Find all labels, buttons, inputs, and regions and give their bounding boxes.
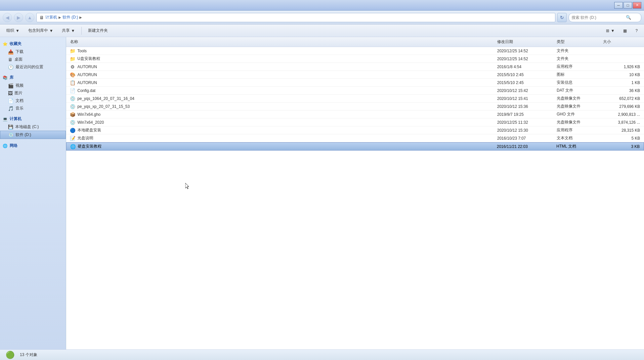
file-date: 2015/5/10 2:45 [496, 72, 555, 77]
file-icon: ⚙ [69, 64, 75, 69]
col-size[interactable]: 大小 [602, 38, 641, 45]
table-row[interactable]: 🌐 硬盘安装教程 2016/11/21 22:03 HTML 文档 3 KB [66, 142, 644, 151]
table-row[interactable]: 📁 U盘安装教程 2020/12/25 14:52 文件夹 [66, 55, 644, 63]
new-folder-button[interactable]: 新建文件夹 [84, 26, 111, 35]
breadcrumb-computer-label: 计算机 [45, 15, 57, 20]
file-size: 279,696 KB [602, 104, 641, 109]
refresh-button[interactable]: ↻ [557, 13, 567, 22]
breadcrumb-sep-2: ▶ [79, 16, 82, 19]
breadcrumb-drive[interactable]: 软件 (D:) [63, 15, 78, 20]
sidebar-item-doc[interactable]: 📄 文档 [0, 97, 66, 105]
file-date: 2020/12/25 14:52 [496, 49, 555, 53]
back-button[interactable]: ◀ [3, 13, 12, 22]
table-row[interactable]: 📦 Win7x64.gho 2019/9/7 19:25 GHO 文件 2,90… [66, 111, 644, 118]
preview-button[interactable]: ▦ [620, 26, 630, 35]
video-icon: 🎬 [8, 83, 14, 88]
file-date: 2019/9/7 19:25 [496, 112, 555, 117]
library-header[interactable]: 📚 库 [0, 73, 66, 82]
sidebar-item-image[interactable]: 🖼 图片 [0, 89, 66, 97]
music-icon: 🎵 [8, 106, 14, 111]
file-type: 应用程序 [555, 64, 602, 69]
address-bar: ◀ ▶ ▲ 🖥 计算机 ▶ 软件 (D:) ▶ ↻ 🔍 [0, 11, 644, 24]
table-row[interactable]: 🔵 本地硬盘安装 2020/10/12 15:30 应用程序 28,315 KB [66, 126, 644, 134]
sidebar-item-video[interactable]: 🎬 视频 [0, 82, 66, 89]
file-icon: 🌐 [70, 144, 76, 149]
table-row[interactable]: 💿 pe_yqs_xp_20_07_31_15_53 2020/10/12 15… [66, 103, 644, 111]
file-size: 1,926 KB [602, 65, 641, 69]
file-type: GHO 文件 [555, 112, 602, 117]
file-date: 2015/5/10 2:45 [496, 80, 555, 85]
table-row[interactable]: 📄 Config.dat 2020/10/12 15:42 DAT 文件 36 … [66, 87, 644, 95]
search-input[interactable] [572, 15, 624, 20]
maximize-button[interactable]: □ [623, 2, 632, 9]
computer-section: 💻 计算机 💾 本地磁盘 (C:) 💿 软件 (D:) [0, 115, 66, 139]
file-icon: 🔵 [69, 128, 75, 133]
status-text: 13 个对象 [20, 352, 37, 358]
sidebar-item-desktop[interactable]: 🖥 桌面 [0, 56, 66, 63]
file-name-text: AUTORUN [77, 72, 97, 77]
organize-label: 组织 [6, 28, 14, 33]
sidebar-item-drive-c[interactable]: 💾 本地磁盘 (C:) [0, 123, 66, 131]
col-type[interactable]: 类型 [555, 38, 602, 45]
file-date: 2020/10/12 15:42 [496, 88, 555, 93]
col-date[interactable]: 修改日期 [496, 38, 555, 45]
file-size: 28,315 KB [602, 128, 641, 133]
file-name-text: pe_yqs_1064_20_07_31_16_04 [77, 96, 134, 101]
favorites-header[interactable]: ⭐ 收藏夹 [0, 40, 66, 48]
file-date: 2016/10/23 7:07 [496, 136, 555, 141]
sidebar-item-music[interactable]: 🎵 音乐 [0, 105, 66, 112]
file-size: 36 KB [602, 88, 641, 93]
include-button[interactable]: 包含到库中 ▼ [24, 26, 57, 35]
file-name-text: 本地硬盘安装 [77, 127, 101, 133]
organize-button[interactable]: 组织 ▼ [3, 26, 23, 35]
file-type: 文本文档 [555, 135, 602, 141]
image-icon: 🖼 [8, 91, 13, 96]
sidebar-item-downloads[interactable]: 📥 下载 [0, 48, 66, 56]
network-header[interactable]: 🌐 网络 [0, 142, 66, 150]
computer-header[interactable]: 💻 计算机 [0, 115, 66, 123]
table-row[interactable]: 📝 光盘说明 2016/10/23 7:07 文本文档 5 KB [66, 134, 644, 142]
downloads-icon: 📥 [8, 49, 14, 55]
window-controls: ─ □ ✕ [614, 2, 641, 9]
file-date: 2016/11/21 22:03 [495, 144, 555, 149]
file-type: 文件夹 [555, 56, 602, 62]
table-row[interactable]: 💿 pe_yqs_1064_20_07_31_16_04 2020/10/12 … [66, 95, 644, 103]
status-bar: 🟢 13 个对象 [0, 349, 644, 360]
forward-icon: ▶ [17, 15, 21, 20]
computer-label: 计算机 [10, 116, 21, 122]
file-icon: 📦 [69, 112, 75, 117]
table-row[interactable]: 📋 AUTORUN 2015/5/10 2:45 安装信息 1 KB [66, 79, 644, 87]
table-row[interactable]: 🎨 AUTORUN 2015/5/10 2:45 图标 10 KB [66, 71, 644, 79]
search-icon: 🔍 [626, 15, 631, 20]
col-name[interactable]: 名称 [69, 38, 496, 45]
table-row[interactable]: ⚙ AUTORUN 2016/1/8 4:54 应用程序 1,926 KB [66, 63, 644, 71]
new-folder-label: 新建文件夹 [88, 28, 108, 33]
share-button[interactable]: 共享 ▼ [58, 26, 79, 35]
file-name-text: Tools [77, 49, 87, 53]
view-button[interactable]: ⊞ ▼ [602, 26, 618, 35]
up-button[interactable]: ▲ [25, 13, 34, 22]
breadcrumb-bar[interactable]: 🖥 计算机 ▶ 软件 (D:) ▶ [36, 13, 555, 22]
file-date: 2020/12/25 14:52 [496, 57, 555, 61]
file-name-text: Win7x64_2020 [77, 120, 104, 125]
video-label: 视频 [16, 83, 23, 88]
minimize-button[interactable]: ─ [614, 2, 623, 9]
sidebar-item-drive-d[interactable]: 💿 软件 (D:) [0, 131, 66, 139]
doc-label: 文档 [16, 98, 23, 104]
recent-label: 最近访问的位置 [16, 64, 43, 70]
forward-button[interactable]: ▶ [14, 13, 23, 22]
organize-dropdown-icon: ▼ [16, 28, 20, 33]
close-button[interactable]: ✕ [633, 2, 641, 9]
table-row[interactable]: 💿 Win7x64_2020 2020/12/25 11:32 光盘映像文件 3… [66, 118, 644, 126]
help-button[interactable]: ? [632, 26, 641, 35]
network-icon: 🌐 [3, 144, 8, 148]
file-name-text: Win7x64.gho [77, 112, 101, 117]
recent-icon: 🕐 [8, 65, 14, 70]
file-icon: 📄 [69, 88, 75, 93]
table-row[interactable]: 📁 Tools 2020/12/25 14:52 文件夹 [66, 47, 644, 55]
file-type: DAT 文件 [555, 88, 602, 93]
file-size: 1 KB [602, 80, 641, 85]
breadcrumb-computer[interactable]: 计算机 [45, 15, 57, 20]
sidebar-item-recent[interactable]: 🕐 最近访问的位置 [0, 63, 66, 71]
view-dropdown-icon: ▼ [611, 28, 615, 33]
